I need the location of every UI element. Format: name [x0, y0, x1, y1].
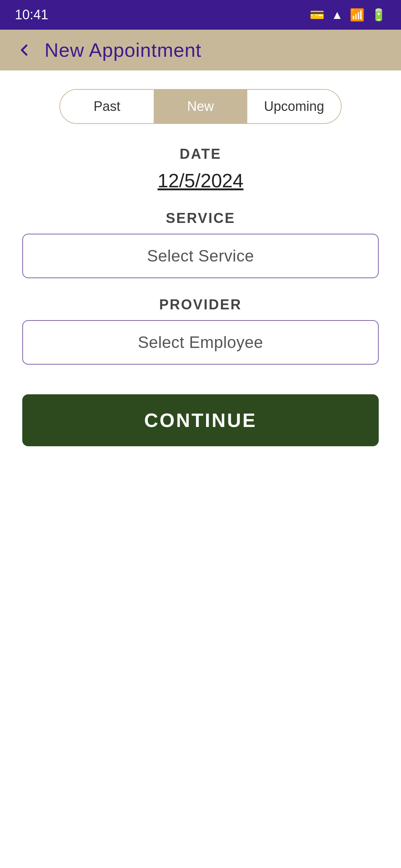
tabs: Past New Upcoming	[59, 89, 342, 124]
signal-icon: 📶	[350, 8, 365, 22]
battery-icon: 🔋	[371, 8, 386, 22]
date-label: DATE	[22, 146, 379, 162]
tabs-container: Past New Upcoming	[22, 89, 379, 124]
service-label: SERVICE	[22, 210, 379, 226]
date-value[interactable]: 12/5/2024	[22, 170, 379, 192]
page-title: New Appointment	[45, 39, 202, 61]
service-section: SERVICE Select Service	[22, 210, 379, 278]
select-employee-button[interactable]: Select Employee	[22, 320, 379, 365]
provider-label: PROVIDER	[22, 297, 379, 313]
tab-new[interactable]: New	[154, 90, 247, 123]
back-arrow-icon	[15, 41, 33, 59]
status-bar: 10:41 💳 ▲ 📶 🔋	[0, 0, 401, 30]
back-button[interactable]	[15, 41, 33, 59]
wifi-icon: ▲	[331, 8, 343, 22]
sim-card-icon: 💳	[310, 8, 325, 22]
content-area: Past New Upcoming DATE 12/5/2024 SERVICE…	[0, 70, 401, 465]
date-section: DATE 12/5/2024	[22, 146, 379, 192]
tab-upcoming[interactable]: Upcoming	[247, 90, 341, 123]
continue-button[interactable]: CONTINUE	[22, 394, 379, 446]
provider-section: PROVIDER Select Employee	[22, 297, 379, 365]
status-icons: 💳 ▲ 📶 🔋	[310, 8, 386, 22]
tab-past[interactable]: Past	[60, 90, 154, 123]
status-time: 10:41	[15, 7, 48, 23]
header: New Appointment	[0, 30, 401, 70]
select-service-button[interactable]: Select Service	[22, 234, 379, 278]
